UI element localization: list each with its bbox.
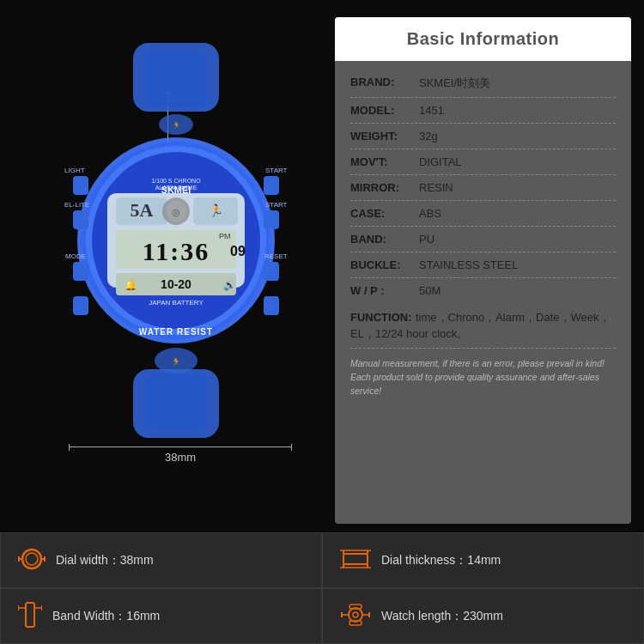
info-val: SKMEI/时刻美 (419, 76, 616, 91)
info-key: MIRROR: (350, 181, 419, 194)
function-key: FUNCTION: (350, 311, 412, 324)
bottom-cell-dial-thickness: Dial thickness：14mm (322, 532, 644, 588)
function-row: FUNCTION: time，Chrono，Alarm，Date，Week，EL… (350, 303, 616, 349)
dial-width-label: Dial width：38mm (56, 553, 154, 568)
svg-text:11:36: 11:36 (143, 237, 210, 265)
info-key: CASE: (350, 207, 419, 220)
svg-rect-11 (264, 210, 279, 229)
bottom-cell-dial-width: Dial width：38mm (0, 532, 322, 588)
svg-text:🔔: 🔔 (125, 278, 137, 291)
info-key: BRAND: (350, 76, 419, 88)
svg-text:🏃: 🏃 (172, 120, 182, 131)
svg-rect-3 (144, 374, 208, 429)
info-val: STAINLESS STEEL (419, 258, 616, 271)
svg-text:START: START (265, 201, 288, 209)
info-row: W / P : 50M (350, 278, 616, 303)
info-key: MOV'T: (350, 155, 419, 168)
info-key: MODEL: (350, 104, 419, 117)
svg-text:RESET: RESET (264, 252, 288, 260)
info-row: BAND: PU (350, 227, 616, 252)
svg-point-65 (349, 608, 362, 622)
dial-thickness-label: Dial thickness：14mm (381, 553, 501, 568)
svg-rect-53 (343, 554, 368, 564)
bottom-cell-watch-length: Watch length：230mm (322, 588, 644, 644)
svg-text:5A: 5A (131, 199, 154, 221)
svg-rect-1 (144, 52, 208, 107)
svg-text:1/100 S CHRONO: 1/100 S CHRONO (151, 178, 201, 184)
svg-text:🏃: 🏃 (209, 204, 224, 218)
svg-rect-14 (264, 262, 279, 281)
info-val: RESIN (419, 181, 616, 194)
svg-rect-71 (349, 605, 361, 609)
info-val: 32g (419, 130, 616, 143)
watch-length-label: Watch length：230mm (381, 609, 503, 624)
svg-text:START: START (265, 167, 288, 174)
info-val: PU (419, 233, 616, 246)
svg-rect-15 (264, 296, 279, 315)
info-panel: Basic Information BRAND: SKMEI/时刻美 MODEL… (335, 17, 631, 524)
info-val: DIGITAL (419, 155, 616, 168)
info-key: W / P : (350, 284, 419, 297)
svg-rect-13 (73, 296, 88, 315)
info-title: Basic Information (335, 17, 631, 61)
info-row: BUCKLE: STAINLESS STEEL (350, 252, 616, 278)
info-row: MODEL: 1451 (350, 98, 616, 124)
svg-rect-72 (349, 621, 361, 625)
svg-text:EL-LITE: EL-LITE (64, 201, 89, 209)
info-key: WEIGHT: (350, 130, 419, 143)
dial-thickness-icon (340, 547, 371, 574)
info-val: 50M (419, 284, 616, 297)
svg-text:09: 09 (230, 244, 246, 258)
svg-text:🏃: 🏃 (171, 356, 182, 368)
info-row: CASE: ABS (350, 201, 616, 227)
svg-text:WATER RESIST: WATER RESIST (139, 327, 213, 337)
svg-text:JAPAN BATTERY: JAPAN BATTERY (149, 299, 204, 307)
info-body: BRAND: SKMEI/时刻美 MODEL: 1451 WEIGHT: 32g… (335, 61, 631, 408)
dimension-width: 38mm (52, 447, 309, 464)
svg-rect-60 (26, 603, 34, 627)
watch-image: LIGHT EL-LITE START START MODE RESET 5A … (52, 43, 301, 438)
svg-text:◎: ◎ (172, 207, 180, 217)
info-key: BAND: (350, 233, 419, 246)
svg-text:MODE: MODE (65, 252, 86, 260)
watch-length-icon (340, 603, 371, 630)
info-rows: BRAND: SKMEI/时刻美 MODEL: 1451 WEIGHT: 32g… (350, 70, 616, 303)
band-width-icon (18, 601, 42, 632)
svg-point-66 (353, 612, 358, 617)
main-area: 42mm (0, 0, 644, 532)
info-row: WEIGHT: 32g (350, 124, 616, 149)
svg-rect-9 (73, 210, 88, 229)
info-row: BRAND: SKMEI/时刻美 (350, 70, 616, 98)
info-val: ABS (419, 207, 616, 220)
svg-text:ALARM CHIME: ALARM CHIME (155, 185, 197, 191)
svg-text:🔊: 🔊 (223, 278, 236, 291)
info-row: MOV'T: DIGITAL (350, 149, 616, 175)
band-width-label: Band Width：16mm (52, 609, 160, 624)
info-key: BUCKLE: (350, 258, 419, 271)
svg-rect-10 (264, 176, 279, 195)
svg-text:LIGHT: LIGHT (64, 167, 85, 174)
svg-rect-12 (73, 262, 88, 281)
svg-rect-8 (73, 176, 88, 195)
info-row: MIRROR: RESIN (350, 175, 616, 201)
info-val: 1451 (419, 104, 616, 117)
svg-text:PM: PM (219, 232, 231, 240)
dial-width-icon (18, 547, 46, 574)
info-note: Manual measurement, if there is an error… (350, 349, 616, 403)
watch-area: 42mm (0, 0, 335, 532)
svg-point-48 (26, 553, 38, 565)
bottom-bar: Dial width：38mm Dial thickness：14mm (0, 532, 644, 644)
bottom-cell-band-width: Band Width：16mm (0, 588, 322, 644)
svg-text:10-20: 10-20 (161, 277, 191, 291)
